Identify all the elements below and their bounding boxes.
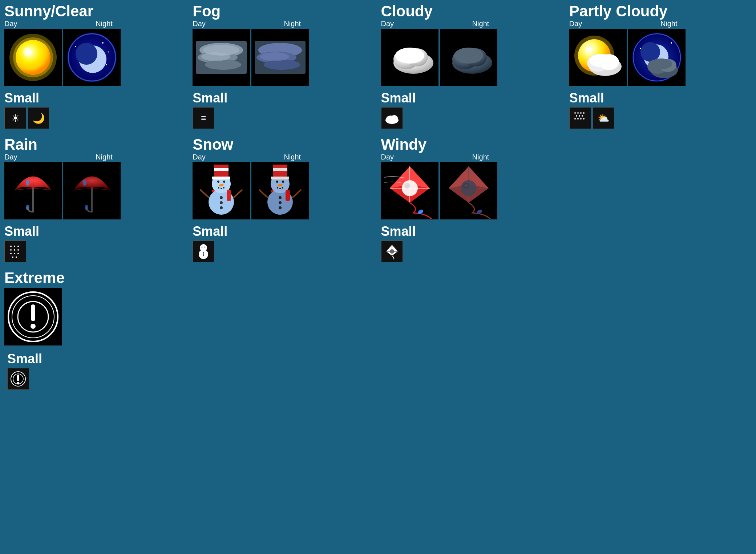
- svg-point-42: [640, 42, 660, 62]
- snow-night-label: Night: [284, 153, 375, 161]
- svg-point-51: [391, 115, 398, 121]
- fog-section: Fog Day Night: [190, 1, 378, 88]
- rain-night-label: Night: [96, 153, 187, 161]
- fog-night-icon: [253, 39, 307, 76]
- windy-small-section: Small: [378, 222, 566, 265]
- fog-title: Fog: [193, 3, 375, 20]
- svg-point-118: [404, 183, 410, 189]
- svg-point-11: [106, 64, 107, 65]
- svg-point-8: [102, 42, 104, 44]
- extreme-section: Extreme: [4, 270, 752, 345]
- empty-col: [566, 135, 755, 221]
- windy-section: Windy Day Night: [378, 135, 566, 221]
- svg-point-76: [85, 205, 88, 210]
- snow-small-title: Small: [193, 224, 375, 239]
- sun-icon: [8, 32, 58, 83]
- cloudy-day-icon: [383, 34, 437, 81]
- windy-night-icon: [441, 163, 496, 219]
- partly-cloudy-small-day-icon: [569, 107, 591, 129]
- svg-point-91: [220, 206, 223, 209]
- svg-point-56: [577, 112, 579, 114]
- svg-point-21: [264, 60, 300, 70]
- svg-point-128: [10, 246, 12, 247]
- svg-point-7: [76, 43, 97, 65]
- snow-title: Snow: [193, 136, 375, 153]
- svg-point-108: [279, 201, 282, 204]
- svg-point-84: [223, 181, 225, 183]
- svg-point-88: [223, 187, 225, 189]
- cloudy-night-icon: [441, 34, 496, 81]
- svg-rect-153: [31, 304, 35, 321]
- rain-night-icon: [66, 165, 117, 217]
- cloudy-small-title: Small: [381, 90, 563, 106]
- windy-day-icon: [383, 163, 437, 219]
- svg-point-9: [108, 52, 109, 53]
- sunny-clear-day-label: Day: [4, 20, 96, 28]
- svg-rect-157: [17, 375, 19, 381]
- svg-point-27: [399, 50, 413, 59]
- svg-point-104: [277, 187, 278, 189]
- svg-point-141: [202, 247, 203, 248]
- partly-cloudy-night-label: Night: [660, 20, 752, 28]
- partly-cloudy-day-icon-box: [569, 29, 627, 86]
- cloudy-night-icon-box: [440, 29, 497, 86]
- fog-day-label: Day: [193, 20, 284, 28]
- svg-point-83: [217, 181, 219, 183]
- svg-point-136: [17, 253, 19, 254]
- cloudy-night-label: Night: [472, 20, 563, 28]
- cloudy-day-label: Day: [381, 20, 472, 28]
- sunny-small-section: Small ☀ 🌙: [1, 89, 190, 132]
- svg-point-60: [579, 115, 580, 117]
- svg-point-2: [16, 40, 50, 75]
- sunny-small-day-icon: ☀: [4, 107, 26, 129]
- sunny-clear-section: Sunny/Clear Day Night: [1, 1, 190, 88]
- svg-point-54: [393, 123, 394, 124]
- svg-point-62: [574, 118, 576, 120]
- fog-day-icon: [194, 39, 248, 76]
- partly-cloudy-small-title: Small: [569, 90, 752, 106]
- svg-point-133: [17, 249, 19, 251]
- sunny-small-title: Small: [4, 90, 187, 106]
- svg-point-46: [650, 58, 672, 69]
- svg-point-86: [218, 187, 219, 189]
- rain-day-icon-box: [4, 162, 62, 219]
- svg-point-53: [391, 123, 392, 124]
- rain-night-icon-box: [63, 162, 121, 219]
- svg-point-34: [585, 46, 593, 54]
- sunny-small-night-icon: 🌙: [28, 107, 49, 129]
- fog-night-label: Night: [284, 20, 375, 28]
- svg-line-111: [293, 190, 301, 197]
- svg-point-138: [16, 256, 17, 258]
- svg-point-3: [23, 48, 32, 56]
- windy-day-icon-box: [381, 162, 438, 219]
- windy-night-icon-box: [440, 162, 497, 219]
- svg-point-64: [580, 118, 582, 120]
- windy-small-title: Small: [381, 224, 563, 239]
- svg-rect-99: [271, 177, 289, 179]
- svg-line-92: [201, 190, 209, 197]
- svg-point-117: [402, 180, 418, 196]
- svg-point-101: [276, 181, 278, 183]
- cloudy-day-icon-box: [381, 29, 438, 86]
- svg-point-148: [390, 249, 394, 254]
- sunny-clear-title: Sunny/Clear: [4, 3, 187, 20]
- svg-point-10: [75, 46, 76, 47]
- svg-point-58: [583, 112, 585, 114]
- svg-rect-112: [286, 190, 290, 201]
- svg-point-89: [220, 196, 223, 199]
- rain-day-label: Day: [4, 153, 96, 161]
- svg-point-31: [454, 48, 483, 64]
- fog-small-title: Small: [193, 90, 375, 106]
- sunny-day-icon-box: [4, 29, 62, 86]
- cloudy-small-section: Small: [378, 89, 566, 132]
- snow-day-label: Day: [193, 153, 284, 161]
- partly-cloudy-title: Partly Cloudy: [569, 3, 752, 20]
- snow-small-icon: [193, 240, 214, 262]
- partly-cloudy-small-night-icon: ⛅: [593, 107, 614, 129]
- partly-cloudy-day-icon: [571, 30, 625, 85]
- svg-rect-82: [214, 168, 229, 171]
- svg-point-71: [26, 205, 29, 210]
- partly-cloudy-section: Partly Cloudy Day Night: [566, 1, 755, 88]
- rain-small-icon: [4, 240, 26, 262]
- svg-point-124: [461, 180, 477, 196]
